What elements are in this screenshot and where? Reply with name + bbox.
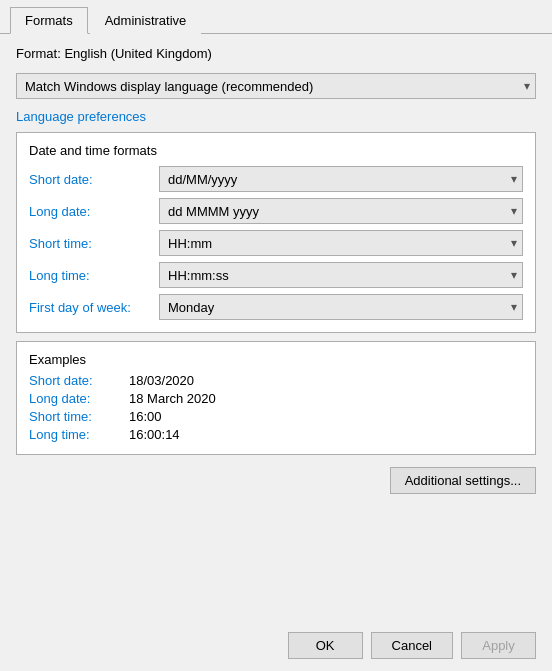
long-time-row: Long time: HH:mm:ss bbox=[29, 262, 523, 288]
short-date-label: Short date: bbox=[29, 172, 159, 187]
short-time-row: Short time: HH:mm bbox=[29, 230, 523, 256]
example-long-time-row: Long time: 16:00:14 bbox=[29, 427, 523, 442]
datetime-formats-title: Date and time formats bbox=[29, 143, 523, 158]
long-time-label: Long time: bbox=[29, 268, 159, 283]
examples-box: Examples Short date: 18/03/2020 Long dat… bbox=[16, 341, 536, 455]
first-day-row: First day of week: Monday bbox=[29, 294, 523, 320]
tab-formats[interactable]: Formats bbox=[10, 7, 88, 34]
format-label: Format: English (United Kingdom) bbox=[16, 46, 536, 61]
long-time-dropdown-wrapper: HH:mm:ss bbox=[159, 262, 523, 288]
example-long-time-value: 16:00:14 bbox=[129, 427, 180, 442]
first-day-label: First day of week: bbox=[29, 300, 159, 315]
long-date-label: Long date: bbox=[29, 204, 159, 219]
additional-settings-button[interactable]: Additional settings... bbox=[390, 467, 536, 494]
content-area: Format: English (United Kingdom) Match W… bbox=[0, 34, 552, 624]
short-date-row: Short date: dd/MM/yyyy bbox=[29, 166, 523, 192]
language-preferences-link[interactable]: Language preferences bbox=[16, 109, 536, 124]
short-time-label: Short time: bbox=[29, 236, 159, 251]
example-long-date-value: 18 March 2020 bbox=[129, 391, 216, 406]
short-date-dropdown-wrapper: dd/MM/yyyy bbox=[159, 166, 523, 192]
tab-administrative[interactable]: Administrative bbox=[90, 7, 202, 34]
example-short-date-value: 18/03/2020 bbox=[129, 373, 194, 388]
long-date-dropdown[interactable]: dd MMMM yyyy bbox=[159, 198, 523, 224]
apply-button[interactable]: Apply bbox=[461, 632, 536, 659]
button-bar: OK Cancel Apply bbox=[0, 624, 552, 671]
examples-title: Examples bbox=[29, 352, 523, 367]
example-short-time-value: 16:00 bbox=[129, 409, 162, 424]
example-long-date-label: Long date: bbox=[29, 391, 129, 406]
first-day-dropdown[interactable]: Monday bbox=[159, 294, 523, 320]
short-date-dropdown[interactable]: dd/MM/yyyy bbox=[159, 166, 523, 192]
long-time-dropdown[interactable]: HH:mm:ss bbox=[159, 262, 523, 288]
long-date-row: Long date: dd MMMM yyyy bbox=[29, 198, 523, 224]
example-short-time-label: Short time: bbox=[29, 409, 129, 424]
long-date-dropdown-wrapper: dd MMMM yyyy bbox=[159, 198, 523, 224]
tab-bar: Formats Administrative bbox=[0, 0, 552, 34]
language-dropdown-wrapper: Match Windows display language (recommen… bbox=[16, 73, 536, 99]
example-short-date-row: Short date: 18/03/2020 bbox=[29, 373, 523, 388]
example-short-time-row: Short time: 16:00 bbox=[29, 409, 523, 424]
short-time-dropdown[interactable]: HH:mm bbox=[159, 230, 523, 256]
short-time-dropdown-wrapper: HH:mm bbox=[159, 230, 523, 256]
example-long-date-row: Long date: 18 March 2020 bbox=[29, 391, 523, 406]
example-long-time-label: Long time: bbox=[29, 427, 129, 442]
language-dropdown[interactable]: Match Windows display language (recommen… bbox=[16, 73, 536, 99]
dialog: Formats Administrative Format: English (… bbox=[0, 0, 552, 671]
example-short-date-label: Short date: bbox=[29, 373, 129, 388]
additional-settings-row: Additional settings... bbox=[16, 463, 536, 496]
ok-button[interactable]: OK bbox=[288, 632, 363, 659]
datetime-formats-box: Date and time formats Short date: dd/MM/… bbox=[16, 132, 536, 333]
cancel-button[interactable]: Cancel bbox=[371, 632, 453, 659]
first-day-dropdown-wrapper: Monday bbox=[159, 294, 523, 320]
